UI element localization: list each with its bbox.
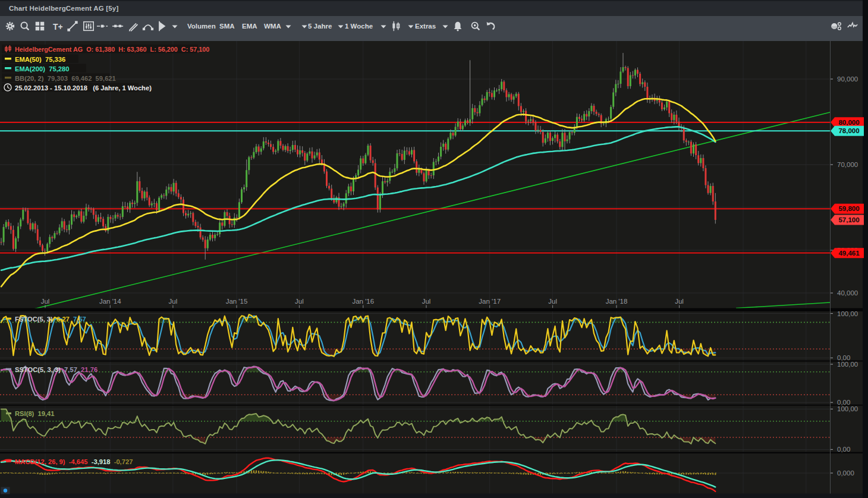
svg-text:59,800: 59,800 (838, 205, 859, 212)
svg-text:25.02.2013 - 15.10.2018 (6 J: 25.02.2013 - 15.10.2018 (6 Jahre, 1 Woch… (15, 84, 152, 92)
svg-text:SSTOC(5, 3, 3) 7,57 21,76: SSTOC(5, 3, 3) 7,57 21,76 (15, 366, 98, 373)
svg-text:Jan '18: Jan '18 (606, 298, 628, 305)
svg-text:0,00: 0,00 (837, 446, 850, 453)
svg-text:HeidelbergCement AG O: 61,380: HeidelbergCement AG O: 61,380 H: 63,360 … (15, 46, 209, 53)
svg-text:100,00: 100,00 (837, 310, 858, 317)
svg-text:Jul: Jul (422, 298, 431, 305)
svg-text:Jul: Jul (295, 298, 304, 305)
svg-text:Jan '14: Jan '14 (99, 298, 121, 305)
svg-text:49,461: 49,461 (838, 250, 860, 257)
svg-text:100,00: 100,00 (837, 361, 858, 368)
svg-text:Jan '15: Jan '15 (226, 298, 248, 305)
svg-text:RSI(8) 19,41: RSI(8) 19,41 (15, 410, 55, 417)
svg-text:EMA(200) 75,280: EMA(200) 75,280 (15, 65, 69, 73)
svg-text:Jul: Jul (169, 298, 178, 305)
svg-text:EMA(50) 75,336: EMA(50) 75,336 (15, 56, 65, 63)
svg-text:57,100: 57,100 (838, 216, 859, 223)
svg-text:MACD(12, 26, 9) -4,645 -3,91: MACD(12, 26, 9) -4,645 -3,918 -0,727 (15, 458, 133, 465)
svg-text:78,000: 78,000 (838, 127, 859, 134)
svg-text:BB(20, 2) 79,303 69,462 59,: BB(20, 2) 79,303 69,462 59,621 (15, 75, 116, 82)
svg-text:Jan '17: Jan '17 (479, 298, 501, 305)
svg-text:100,00: 100,00 (837, 405, 858, 412)
svg-text:90,000: 90,000 (837, 75, 858, 83)
svg-text:0,000: 0,000 (837, 469, 854, 477)
svg-text:40,000: 40,000 (837, 289, 858, 297)
svg-text:FSTOC(5, 3) 6,27 7,57: FSTOC(5, 3) 6,27 7,57 (15, 316, 86, 323)
svg-text:70,000: 70,000 (837, 161, 858, 168)
svg-text:80,000: 80,000 (838, 119, 859, 126)
svg-text:Jan '16: Jan '16 (352, 298, 374, 305)
svg-text:Jul: Jul (548, 298, 557, 305)
svg-text:Jul: Jul (41, 298, 50, 305)
svg-text:Jul: Jul (675, 298, 684, 305)
